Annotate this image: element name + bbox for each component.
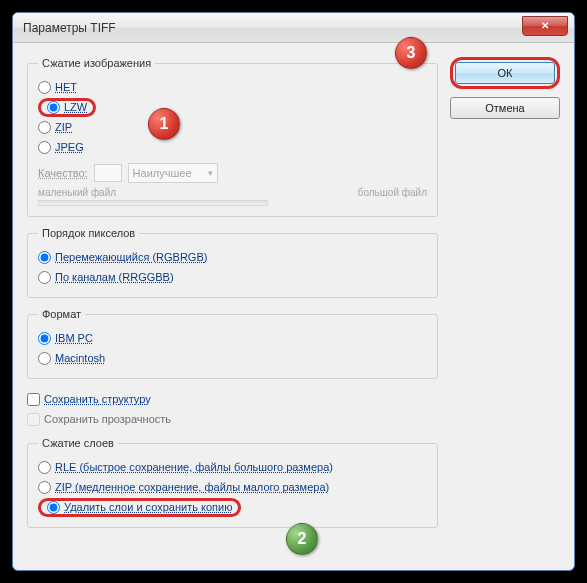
ok-button[interactable]: ОК [455, 62, 555, 84]
check-row-structure[interactable]: Сохранить структуру [27, 389, 438, 409]
callout-1: 1 [148, 108, 180, 140]
cancel-button[interactable]: Отмена [450, 97, 560, 119]
radio-row-lzw[interactable]: LZW [38, 97, 427, 117]
highlight-discard: Удалить слои и сохранить копию [38, 498, 241, 517]
legend-image-compression: Сжатие изображения [38, 57, 155, 69]
radio-mac-label: Macintosh [55, 352, 105, 364]
radio-row-interleaved[interactable]: Перемежающийся (RGBRGB) [38, 247, 427, 267]
close-icon: ✕ [541, 20, 549, 31]
radio-jpeg-label: JPEG [55, 141, 84, 153]
ok-button-label: ОК [498, 67, 513, 79]
radio-layer-rle[interactable] [38, 461, 51, 474]
dialog-window: Параметры TIFF ✕ Сжатие изображения НЕТ … [12, 12, 575, 571]
slider-label-big: большой файл [358, 187, 427, 198]
check-save-structure[interactable] [27, 393, 40, 406]
slider-labels: маленький файл большой файл [38, 187, 427, 198]
titlebar: Параметры TIFF ✕ [13, 13, 574, 43]
radio-ibm-label: IBM PC [55, 332, 93, 344]
radio-interleaved-label: Перемежающийся (RGBRGB) [55, 251, 207, 263]
radio-zip[interactable] [38, 121, 51, 134]
radio-row-per-channel[interactable]: По каналам (RRGGBB) [38, 267, 427, 287]
radio-per-channel[interactable] [38, 271, 51, 284]
radio-layer-zip-label: ZIP (медленное сохранение, файлы малого … [55, 481, 329, 493]
radio-row-mac[interactable]: Macintosh [38, 348, 427, 368]
check-save-transparency-label: Сохранить прозрачность [44, 413, 171, 425]
check-row-transparency[interactable]: Сохранить прозрачность [27, 409, 438, 429]
left-column: Сжатие изображения НЕТ LZW ZIP [27, 57, 438, 538]
quality-slider[interactable] [38, 200, 268, 206]
callout-1-label: 1 [160, 115, 169, 133]
legend-pixel-order: Порядок пикселов [38, 227, 139, 239]
radio-jpeg[interactable] [38, 141, 51, 154]
radio-zip-label: ZIP [55, 121, 72, 133]
radio-row-layer-zip[interactable]: ZIP (медленное сохранение, файлы малого … [38, 477, 427, 497]
right-column: ОК Отмена [450, 57, 560, 538]
legend-layer-compression: Сжатие слоев [38, 437, 118, 449]
callout-2: 2 [286, 523, 318, 555]
radio-layer-rle-label: RLE (быстрое сохранение, файлы большого … [55, 461, 333, 473]
callout-2-label: 2 [298, 530, 307, 548]
quality-select-value: Наилучшее [133, 167, 192, 179]
group-image-compression: Сжатие изображения НЕТ LZW ZIP [27, 57, 438, 217]
callout-3: 3 [395, 37, 427, 69]
radio-layer-zip[interactable] [38, 481, 51, 494]
radio-lzw[interactable] [47, 101, 60, 114]
radio-row-layer-discard[interactable]: Удалить слои и сохранить копию [38, 497, 427, 517]
radio-layer-discard[interactable] [47, 501, 60, 514]
quality-label: Качество: [38, 167, 88, 179]
check-save-transparency [27, 413, 40, 426]
radio-row-ibm[interactable]: IBM PC [38, 328, 427, 348]
group-format: Формат IBM PC Macintosh [27, 308, 438, 379]
radio-row-zip[interactable]: ZIP [38, 117, 427, 137]
callout-3-label: 3 [407, 44, 416, 62]
window-title: Параметры TIFF [23, 21, 522, 35]
slider-label-small: маленький файл [38, 187, 116, 198]
quality-row: Качество: Наилучшее ▾ [38, 163, 427, 183]
radio-row-layer-rle[interactable]: RLE (быстрое сохранение, файлы большого … [38, 457, 427, 477]
legend-format: Формат [38, 308, 85, 320]
radio-ibm[interactable] [38, 332, 51, 345]
radio-layer-discard-label: Удалить слои и сохранить копию [64, 501, 232, 513]
radio-interleaved[interactable] [38, 251, 51, 264]
radio-row-none[interactable]: НЕТ [38, 77, 427, 97]
group-layer-compression: Сжатие слоев RLE (быстрое сохранение, фа… [27, 437, 438, 528]
quality-input[interactable] [94, 164, 122, 182]
radio-mac[interactable] [38, 352, 51, 365]
radio-row-jpeg[interactable]: JPEG [38, 137, 427, 157]
quality-select[interactable]: Наилучшее ▾ [128, 163, 218, 183]
close-button[interactable]: ✕ [522, 16, 568, 36]
cancel-button-label: Отмена [485, 102, 524, 114]
check-save-structure-label: Сохранить структуру [44, 393, 151, 405]
highlight-lzw: LZW [38, 98, 96, 117]
radio-per-channel-label: По каналам (RRGGBB) [55, 271, 174, 283]
group-pixel-order: Порядок пикселов Перемежающийся (RGBRGB)… [27, 227, 438, 298]
radio-lzw-label: LZW [64, 101, 87, 113]
highlight-ok: ОК [450, 57, 560, 89]
chevron-down-icon: ▾ [208, 168, 213, 178]
dialog-body: Сжатие изображения НЕТ LZW ZIP [13, 43, 574, 552]
radio-none-label: НЕТ [55, 81, 77, 93]
radio-none[interactable] [38, 81, 51, 94]
